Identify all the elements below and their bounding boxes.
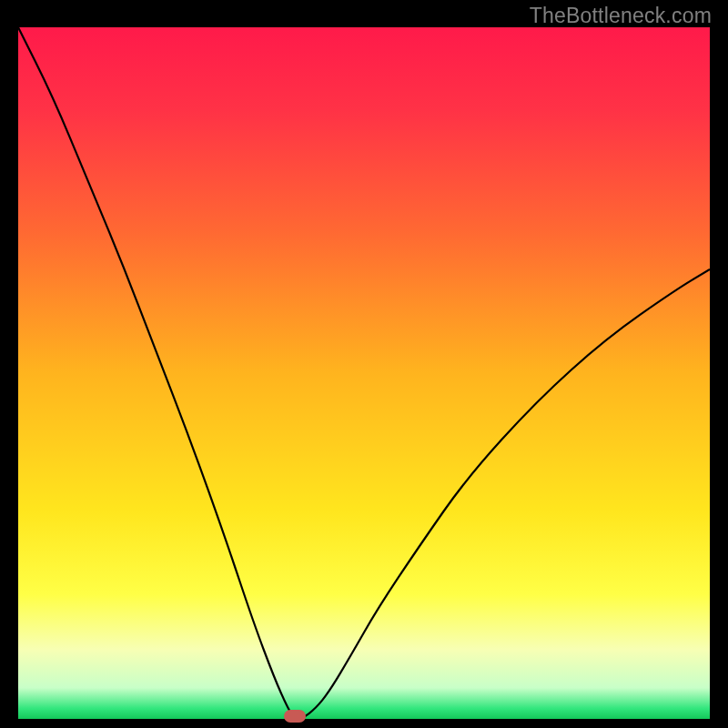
chart-frame: TheBottleneck.com: [0, 0, 728, 728]
gradient-background: [18, 27, 710, 719]
plot-area: [18, 27, 710, 719]
optimum-marker: [284, 710, 306, 723]
watermark-text: TheBottleneck.com: [530, 4, 712, 28]
plot-svg: [18, 27, 710, 719]
